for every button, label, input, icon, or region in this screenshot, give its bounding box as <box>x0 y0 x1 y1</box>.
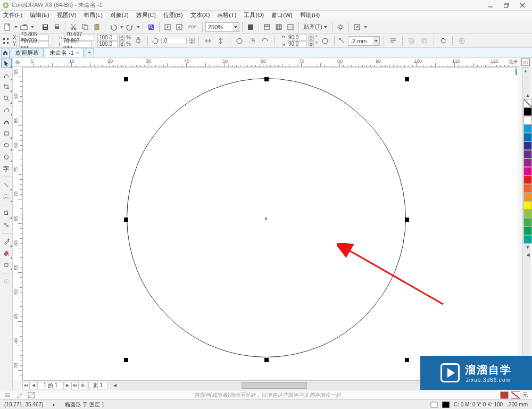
close-tab-icon[interactable]: × <box>76 50 79 55</box>
no-fill-swatch[interactable] <box>521 59 530 66</box>
color-proof-icon[interactable] <box>430 402 438 408</box>
mirror-h-button[interactable] <box>203 36 213 46</box>
ruler-origin[interactable] <box>13 57 22 67</box>
redo-button[interactable] <box>124 22 135 32</box>
selection-handle-e[interactable] <box>405 218 409 222</box>
color-swatch[interactable] <box>523 167 532 176</box>
to-back-button[interactable] <box>419 36 430 46</box>
launch-button[interactable] <box>352 22 362 32</box>
lock-ratio-button[interactable] <box>135 36 142 46</box>
close-button[interactable] <box>516 1 529 10</box>
menu-file[interactable]: 文件(F) <box>3 11 22 19</box>
ellipse-tool[interactable] <box>1 140 12 150</box>
next-page-button[interactable]: ▶ <box>64 382 71 389</box>
text-tool[interactable]: 字 <box>1 164 12 173</box>
paste-button[interactable] <box>92 22 102 32</box>
direction-button[interactable] <box>320 36 330 46</box>
shape-tool[interactable] <box>1 70 12 80</box>
color-swatch[interactable] <box>523 141 532 150</box>
wrap-text-button[interactable] <box>388 36 398 46</box>
fill-tool[interactable] <box>1 248 12 258</box>
color-swatch[interactable] <box>523 210 532 218</box>
start-angle-input[interactable]: 90.0 <box>287 35 307 41</box>
zoom-level-select[interactable]: 250% <box>205 22 239 32</box>
options-button[interactable] <box>335 22 346 32</box>
color-swatch[interactable] <box>523 218 532 227</box>
menu-window[interactable]: 窗口(W) <box>271 11 293 19</box>
selection-handle-nw[interactable] <box>124 77 128 81</box>
dropdown-icon[interactable] <box>120 26 123 29</box>
polygon-tool[interactable] <box>1 152 12 162</box>
menu-effect[interactable]: 效果(C) <box>136 11 156 19</box>
connector-tool[interactable] <box>1 192 12 202</box>
transparency-tool[interactable] <box>1 220 12 230</box>
last-page-button[interactable]: ⏭ <box>71 382 79 389</box>
minimize-button[interactable] <box>484 1 497 10</box>
export-button[interactable] <box>174 22 185 32</box>
selection-center[interactable]: × <box>264 216 268 221</box>
arc-mode-button[interactable] <box>260 36 270 46</box>
color-swatch[interactable] <box>523 158 532 167</box>
menu-layout[interactable]: 布局(L) <box>84 11 102 19</box>
home-tab[interactable] <box>1 48 10 57</box>
to-front-button[interactable] <box>406 36 417 46</box>
color-swatch[interactable] <box>523 116 532 124</box>
vertical-ruler[interactable]: 95908580757065605550454035 <box>13 67 22 380</box>
scroll-thumb[interactable] <box>242 382 307 389</box>
crop-tool[interactable] <box>1 82 12 91</box>
menu-edit[interactable]: 编辑(E) <box>30 11 49 19</box>
document-tab[interactable]: 未命名 -1× <box>45 48 84 57</box>
spinner[interactable]: ▴▾ <box>309 41 314 47</box>
freehand-tool[interactable] <box>1 105 12 115</box>
quick-customize-tool[interactable] <box>1 277 12 286</box>
menu-tools[interactable]: 工具(O) <box>244 11 264 19</box>
publish-pdf-button[interactable]: PDF <box>186 22 200 32</box>
snap-button[interactable]: 贴齐(T) <box>302 22 329 32</box>
new-doc-button[interactable] <box>2 22 13 32</box>
height-input[interactable]: 70.697 mm <box>62 41 92 47</box>
pick-tool[interactable] <box>1 59 12 68</box>
prev-page-button[interactable]: ◀ <box>30 382 37 389</box>
menu-bitmap[interactable]: 位图(B) <box>163 11 183 19</box>
add-page-button[interactable]: ⊕ <box>79 382 86 389</box>
restore-button[interactable] <box>500 1 513 10</box>
menu-help[interactable]: 帮助(H) <box>300 11 320 19</box>
scroll-up-button[interactable]: ▲ <box>522 68 529 74</box>
quick-customize-button[interactable] <box>456 36 467 46</box>
page-tab-1[interactable]: 页 1 <box>88 382 107 389</box>
rotation-input[interactable]: .0 <box>161 38 187 44</box>
welcome-tab[interactable]: 欢迎屏幕 <box>11 48 44 57</box>
dimension-tool[interactable] <box>1 180 12 190</box>
copy-button[interactable] <box>80 22 90 32</box>
undo-button[interactable] <box>108 22 119 32</box>
scroll-left-button[interactable]: ◀ <box>111 382 119 389</box>
rectangle-tool[interactable] <box>1 129 12 138</box>
eyedropper-tool[interactable] <box>1 237 12 246</box>
horizontal-ruler[interactable]: 5102030405060708090100110120130毫米 <box>22 57 519 67</box>
show-grid-button[interactable] <box>273 22 284 32</box>
dropdown-icon[interactable] <box>364 26 367 29</box>
show-rulers-button[interactable] <box>262 22 272 32</box>
dropdown-icon[interactable] <box>137 26 140 29</box>
ellipse-mode-button[interactable] <box>234 36 245 46</box>
color-swatch[interactable] <box>523 235 532 244</box>
dropdown-icon[interactable] <box>14 26 18 29</box>
color-swatch[interactable] <box>523 184 532 193</box>
save-button[interactable] <box>40 22 51 32</box>
color-swatch[interactable] <box>523 176 532 184</box>
outline-pen-tool[interactable] <box>1 260 12 270</box>
search-button[interactable] <box>146 22 156 32</box>
dropdown-icon[interactable] <box>31 26 34 29</box>
color-swatch[interactable] <box>523 150 532 158</box>
selection-handle-se[interactable] <box>405 358 409 362</box>
fill-none-swatch[interactable] <box>511 391 520 399</box>
pie-mode-button[interactable] <box>247 36 257 46</box>
y-position-input[interactable]: 70.709 mm <box>19 41 49 47</box>
zoom-tool[interactable] <box>1 94 12 103</box>
menu-view[interactable]: 视图(V) <box>57 11 77 19</box>
color-swatch[interactable] <box>523 133 532 141</box>
first-page-button[interactable]: ⏮ <box>22 382 30 389</box>
palette-scroll-down[interactable]: ▼ <box>523 244 532 251</box>
fill-swatch-icon[interactable] <box>500 391 509 399</box>
fullscreen-button[interactable] <box>245 22 256 32</box>
